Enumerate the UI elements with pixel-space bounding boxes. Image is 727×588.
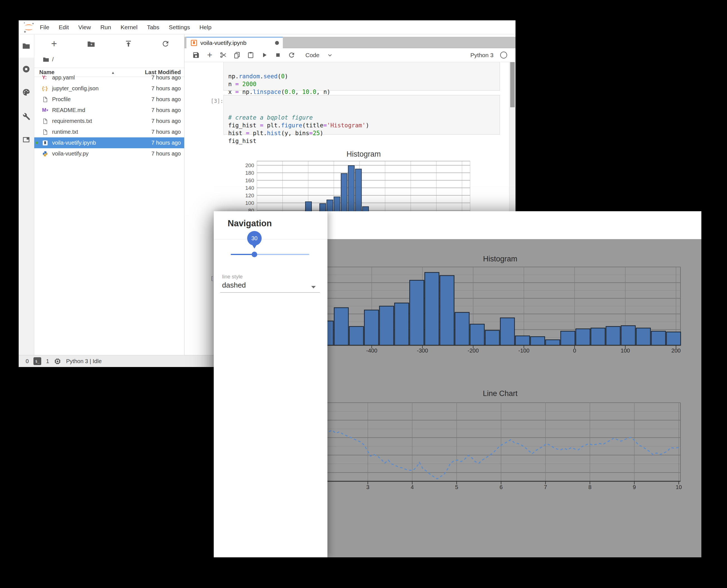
svg-text:10: 10 bbox=[676, 484, 682, 490]
cell-prompt: [3]: bbox=[211, 98, 223, 104]
code-cell-2-code: # create a bqplot figurefig_hist = plt.f… bbox=[228, 114, 495, 145]
menu-item-view[interactable]: View bbox=[73, 24, 95, 31]
menu-item-edit[interactable]: Edit bbox=[54, 24, 73, 31]
svg-text:4: 4 bbox=[411, 484, 414, 490]
kernel-status-icon[interactable] bbox=[500, 51, 507, 59]
file-browser-toolbar: + + bbox=[34, 34, 184, 50]
file-row-runtime.txt[interactable]: runtime.txt7 hours ago bbox=[34, 127, 184, 138]
file-row-requirements.txt[interactable]: requirements.txt7 hours ago bbox=[34, 115, 184, 127]
file-browser-icon[interactable] bbox=[22, 42, 30, 50]
tab-bar-background: voila-vuetify.ipynb bbox=[185, 37, 515, 48]
file-modified: 7 hours ago bbox=[151, 150, 181, 157]
breadcrumb[interactable]: / bbox=[34, 50, 184, 64]
drawer-title: Navigation bbox=[228, 218, 272, 229]
terminal-icon[interactable]: $_ bbox=[34, 357, 41, 365]
file-row-Procfile[interactable]: Procfile7 hours ago bbox=[34, 94, 184, 105]
yaml-icon: Y: bbox=[42, 75, 50, 81]
file-name: voila-vuetify.ipynb bbox=[52, 140, 96, 146]
file-icon bbox=[42, 96, 50, 103]
select-dropdown-arrow-icon[interactable] bbox=[311, 286, 316, 289]
slider-thumb[interactable] bbox=[252, 252, 257, 257]
file-name: requirements.txt bbox=[52, 118, 92, 124]
menu-bar: FileEditViewRunKernelTabsSettingsHelp bbox=[19, 20, 515, 34]
new-folder-icon[interactable]: + bbox=[87, 40, 95, 48]
svg-text:180: 180 bbox=[245, 170, 254, 176]
select-underline bbox=[220, 292, 320, 293]
chevron-down-icon[interactable] bbox=[326, 52, 333, 59]
file-row-voila-vuetify.py[interactable]: voila-vuetify.py7 hours ago bbox=[34, 148, 184, 159]
cut-icon[interactable] bbox=[219, 51, 227, 59]
file-modified: 7 hours ago bbox=[151, 129, 181, 135]
file-row-jupyter_config.json[interactable]: {:}jupyter_config.json7 hours ago bbox=[34, 83, 184, 94]
svg-text:100: 100 bbox=[245, 200, 254, 206]
svg-text:0: 0 bbox=[573, 348, 576, 354]
svg-text:5: 5 bbox=[455, 484, 458, 490]
kernel-count[interactable]: 1 bbox=[46, 358, 49, 364]
run-icon[interactable] bbox=[260, 51, 268, 59]
file-modified: 7 hours ago bbox=[151, 140, 181, 146]
stop-icon[interactable] bbox=[274, 51, 282, 59]
svg-text:6: 6 bbox=[499, 484, 503, 490]
running-sessions-icon[interactable] bbox=[22, 65, 30, 73]
menu-item-run[interactable]: Run bbox=[95, 24, 116, 31]
file-modified: 7 hours ago bbox=[151, 75, 181, 81]
voila-line-title: Line Chart bbox=[319, 389, 681, 398]
terminal-count[interactable]: 0 bbox=[26, 358, 29, 364]
line-style-select[interactable]: dashed bbox=[222, 281, 246, 290]
svg-text:8: 8 bbox=[588, 484, 591, 490]
drawer-divider bbox=[214, 239, 327, 239]
scrollbar-thumb[interactable] bbox=[510, 62, 515, 107]
property-inspector-icon[interactable] bbox=[22, 112, 30, 121]
save-icon[interactable] bbox=[192, 51, 200, 59]
file-name: README.md bbox=[52, 107, 85, 113]
refresh-icon[interactable] bbox=[161, 40, 170, 48]
menu-item-settings[interactable]: Settings bbox=[164, 24, 195, 31]
code-cell-2[interactable]: # create a bqplot figurefig_hist = plt.f… bbox=[223, 95, 500, 134]
svg-text:160: 160 bbox=[245, 177, 254, 183]
copy-icon[interactable] bbox=[233, 51, 241, 59]
breadcrumb-path: / bbox=[52, 56, 54, 63]
kernel-chip-icon[interactable] bbox=[54, 358, 61, 365]
upload-icon[interactable] bbox=[124, 40, 133, 48]
notebook-icon bbox=[42, 140, 50, 146]
file-name: jupyter_config.json bbox=[52, 85, 99, 92]
menu-item-tabs[interactable]: Tabs bbox=[142, 24, 164, 31]
svg-text:-200: -200 bbox=[468, 348, 479, 354]
kernel-name[interactable]: Python 3 bbox=[470, 52, 493, 59]
svg-text:3: 3 bbox=[366, 484, 369, 490]
desktop: { "colors": { "jupyter_orange": "#f37726… bbox=[0, 0, 727, 588]
file-row-voila-vuetify.ipynb[interactable]: voila-vuetify.ipynb7 hours ago bbox=[34, 138, 184, 148]
svg-text:+: + bbox=[90, 43, 92, 46]
python-icon bbox=[42, 150, 50, 157]
svg-text:200: 200 bbox=[671, 348, 681, 354]
nb-hist-title: Histogram bbox=[257, 150, 470, 159]
slider-filled-track[interactable] bbox=[231, 254, 254, 255]
cell-type-select[interactable]: Code bbox=[305, 52, 319, 59]
menu-item-kernel[interactable]: Kernel bbox=[116, 24, 143, 31]
restart-kernel-icon[interactable] bbox=[288, 51, 295, 59]
file-row-README.md[interactable]: M▾README.md7 hours ago bbox=[34, 105, 184, 115]
voila-hist-title: Histogram bbox=[319, 255, 681, 263]
markdown-icon: M▾ bbox=[42, 107, 50, 114]
file-icon bbox=[42, 118, 50, 125]
line-style-label: line style bbox=[222, 274, 243, 280]
file-name: voila-vuetify.py bbox=[52, 150, 89, 157]
kernel-status-text[interactable]: Python 3 | Idle bbox=[66, 358, 102, 364]
file-modified: 7 hours ago bbox=[151, 107, 181, 113]
voila-histogram-chart: -400-300-200-1000100200 bbox=[319, 267, 681, 356]
left-sidebar bbox=[19, 34, 34, 355]
insert-cell-icon[interactable]: + bbox=[206, 51, 213, 59]
new-launcher-icon[interactable]: + bbox=[50, 40, 58, 48]
menu-item-file[interactable]: File bbox=[35, 24, 54, 31]
menu-item-help[interactable]: Help bbox=[195, 24, 216, 31]
svg-text:140: 140 bbox=[245, 185, 254, 191]
open-tabs-icon[interactable] bbox=[22, 135, 30, 144]
svg-text:7: 7 bbox=[544, 484, 547, 490]
paste-icon[interactable] bbox=[247, 51, 254, 59]
command-palette-icon[interactable] bbox=[22, 88, 30, 97]
tab-voila-vuetify-ipynb[interactable]: voila-vuetify.ipynb bbox=[187, 37, 283, 48]
code-cell-1[interactable]: np.random.seed(0)n = 2000x = np.linspace… bbox=[223, 62, 500, 90]
slider-pin-tail bbox=[251, 243, 258, 249]
unsaved-changes-dot-icon[interactable] bbox=[275, 41, 279, 45]
file-row-app.yaml[interactable]: Y:app.yaml7 hours ago bbox=[34, 72, 184, 83]
